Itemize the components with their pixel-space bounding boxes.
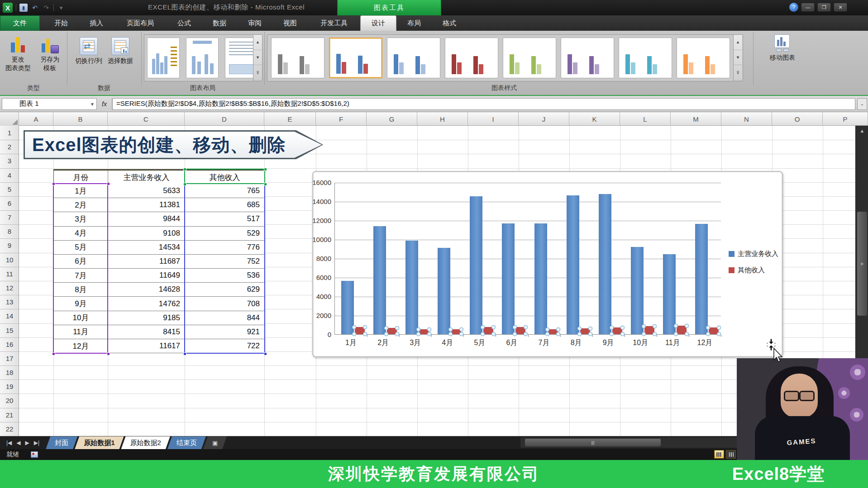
bar-main-revenue[interactable]	[663, 254, 676, 334]
table-cell[interactable]: 8月	[54, 283, 108, 297]
chart-style-option[interactable]	[329, 38, 382, 78]
layout-scroll-down-icon[interactable]: ▼	[253, 50, 262, 66]
help-icon[interactable]: ?	[789, 3, 798, 12]
chart-style-option[interactable]	[503, 38, 556, 78]
column-header-B[interactable]: B	[53, 112, 108, 126]
row-header-2[interactable]: 2	[0, 143, 19, 151]
table-cell[interactable]: 685	[185, 198, 265, 212]
row-header-1[interactable]: 1	[0, 129, 19, 137]
column-header-F[interactable]: F	[316, 112, 367, 126]
move-chart-button[interactable]: 移动图表	[763, 33, 802, 62]
row-header-16[interactable]: 16	[0, 341, 19, 348]
table-cell[interactable]: 752	[185, 255, 265, 269]
chart-layout-option[interactable]	[147, 38, 180, 78]
row-header-7[interactable]: 7	[0, 213, 19, 221]
insert-worksheet-tab[interactable]: ▣	[203, 436, 227, 449]
table-cell[interactable]: 9185	[108, 311, 185, 325]
row-header-20[interactable]: 20	[0, 397, 19, 404]
tab-视图[interactable]: 视图	[272, 15, 308, 31]
restore-button[interactable]: ❐	[817, 3, 831, 12]
column-header-K[interactable]: K	[569, 112, 620, 126]
bar-main-revenue[interactable]	[373, 226, 386, 334]
name-box-dropdown-icon[interactable]: ▼	[90, 102, 95, 107]
minimize-button[interactable]: —	[801, 3, 815, 12]
table-cell[interactable]: 14534	[108, 241, 185, 255]
name-box[interactable]: 图表 1 ▼	[2, 98, 97, 110]
prev-sheet-icon[interactable]: ◀	[16, 440, 20, 446]
styles-gallery-more-icon[interactable]: ⊽	[734, 65, 742, 81]
expand-formula-bar-icon[interactable]: ⌄	[857, 98, 867, 110]
tab-开始[interactable]: 开始	[43, 15, 79, 31]
layout-scroll-up-icon[interactable]: ▲	[253, 35, 262, 50]
table-header-cell[interactable]: 主营业务收入	[108, 171, 185, 185]
sheet-tab-结束页[interactable]: 结束页	[167, 436, 206, 449]
table-cell[interactable]: 11649	[108, 269, 185, 283]
row-header-3[interactable]: 3	[0, 157, 19, 165]
table-cell[interactable]: 12月	[54, 339, 108, 353]
column-header-H[interactable]: H	[417, 112, 468, 126]
table-cell[interactable]: 765	[185, 184, 265, 198]
table-cell[interactable]: 14762	[108, 297, 185, 311]
column-header-G[interactable]: G	[367, 112, 417, 126]
column-header-D[interactable]: D	[185, 112, 264, 126]
insert-function-button[interactable]: fx	[97, 98, 112, 110]
scroll-up-icon[interactable]: ▲	[856, 126, 868, 136]
table-cell[interactable]: 9108	[108, 227, 185, 241]
tab-布局[interactable]: 布局	[396, 15, 432, 31]
row-header-5[interactable]: 5	[0, 185, 19, 193]
table-cell[interactable]: 5633	[108, 184, 185, 198]
tab-页面布局[interactable]: 页面布局	[114, 15, 167, 31]
table-cell[interactable]: 11617	[108, 339, 185, 353]
chart-style-option[interactable]	[271, 38, 324, 78]
chart-plot-area[interactable]: 02000400060008000100001200014000160001月2…	[334, 183, 720, 335]
formula-input[interactable]: =SERIES(原始数据2!$D$4,原始数据2!$B$5:$B$16,原始数据…	[112, 98, 855, 110]
bar-main-revenue[interactable]	[695, 224, 708, 334]
sheet-tab-原始数据2[interactable]: 原始数据2	[121, 436, 170, 449]
row-header-8[interactable]: 8	[0, 227, 19, 235]
normal-view-button[interactable]	[714, 450, 724, 459]
page-layout-view-button[interactable]	[726, 450, 736, 459]
column-header-J[interactable]: J	[519, 112, 569, 126]
select-data-button[interactable]: 选择数据	[100, 37, 140, 65]
bar-main-revenue[interactable]	[405, 241, 418, 334]
next-sheet-icon[interactable]: ▶	[25, 440, 29, 446]
table-cell[interactable]: 5月	[54, 241, 108, 255]
column-header-L[interactable]: L	[620, 112, 671, 126]
customize-toolbar-icon[interactable]: ▾	[57, 4, 65, 12]
legend-item[interactable]: 其他收入	[729, 266, 778, 275]
row-header-15[interactable]: 15	[0, 327, 19, 334]
table-cell[interactable]: 629	[185, 283, 265, 297]
bar-main-revenue[interactable]	[599, 194, 611, 334]
last-sheet-icon[interactable]: ▶|	[34, 440, 39, 446]
table-cell[interactable]: 722	[185, 339, 265, 353]
sheet-tab-原始数据1[interactable]: 原始数据1	[75, 436, 124, 449]
table-cell[interactable]: 3月	[54, 212, 108, 226]
column-header-I[interactable]: I	[468, 112, 519, 126]
styles-scroll-up-icon[interactable]: ▲	[734, 35, 742, 50]
table-cell[interactable]: 9844	[108, 212, 185, 226]
row-header-22[interactable]: 22	[0, 425, 19, 433]
table-cell[interactable]: 8415	[108, 325, 185, 339]
horizontal-scroll-thumb[interactable]: |||	[525, 439, 661, 446]
table-header-cell[interactable]: 其他收入	[185, 171, 265, 185]
macro-record-icon[interactable]	[31, 451, 38, 458]
first-sheet-icon[interactable]: |◀	[6, 440, 12, 446]
tab-审阅[interactable]: 审阅	[237, 15, 272, 31]
bar-main-revenue[interactable]	[438, 248, 450, 334]
vertical-scroll-thumb[interactable]: ≡	[857, 212, 867, 316]
table-cell[interactable]: 708	[185, 297, 265, 311]
chart-style-option[interactable]	[445, 38, 498, 78]
table-cell[interactable]: 776	[185, 241, 265, 255]
table-cell[interactable]: 1月	[54, 184, 108, 198]
table-cell[interactable]: 11381	[108, 198, 185, 212]
row-header-14[interactable]: 14	[0, 312, 19, 320]
select-all-corner[interactable]	[0, 112, 19, 126]
chart-style-option[interactable]	[561, 38, 614, 78]
tab-插入[interactable]: 插入	[79, 15, 114, 31]
bar-main-revenue[interactable]	[567, 195, 579, 334]
bar-main-revenue[interactable]	[470, 196, 482, 334]
chart-style-option[interactable]	[619, 38, 672, 78]
column-header-M[interactable]: M	[671, 112, 721, 126]
row-header-18[interactable]: 18	[0, 369, 19, 376]
row-header-11[interactable]: 11	[0, 270, 19, 278]
